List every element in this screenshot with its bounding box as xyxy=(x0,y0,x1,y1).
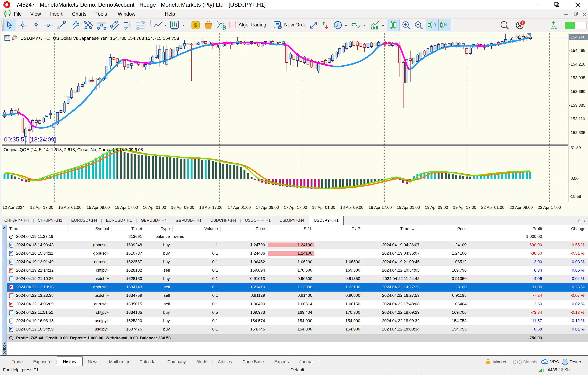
svg-text:1: 1 xyxy=(522,21,524,25)
svg-text:$: $ xyxy=(194,22,197,29)
svg-text:LVL: LVL xyxy=(550,26,557,30)
